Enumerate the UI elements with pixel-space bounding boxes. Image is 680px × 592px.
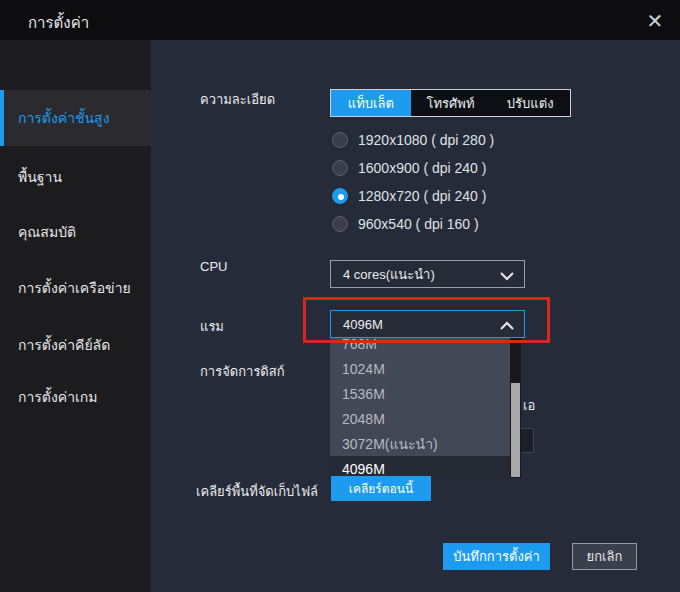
tab-customize[interactable]: ปรับแต่ง [490, 90, 570, 116]
sidebar-item-label: การตั้งค่าชั้นสูง [18, 107, 109, 129]
chevron-up-icon [500, 319, 514, 334]
ram-select[interactable]: 4096M [330, 310, 525, 338]
resolution-tab-group: แท็บเล็ต โทรศัพท์ ปรับแต่ง [330, 89, 571, 117]
radio-circle-icon [332, 160, 348, 176]
sidebar-item-game-settings[interactable]: การตั้งค่าเกม [0, 369, 151, 425]
disk-management-label: การจัดการดิสก์ [200, 361, 285, 382]
radio-1600x900[interactable]: 1600x900 ( dpi 240 ) [332, 159, 486, 177]
ram-option-3072[interactable]: 3072M(แนะนำ) [330, 431, 510, 456]
dropdown-scrollbar-thumb[interactable] [511, 383, 520, 477]
radio-label: 1600x900 ( dpi 240 ) [358, 160, 486, 176]
radio-label: 960x540 ( dpi 160 ) [358, 216, 479, 232]
sidebar-item-advanced-settings[interactable]: การตั้งค่าชั้นสูง [0, 90, 151, 146]
radio-circle-icon [332, 132, 348, 148]
sidebar-item-properties[interactable]: คุณสมบัติ [0, 204, 151, 260]
cancel-button[interactable]: ยกเลิก [572, 543, 637, 570]
cpu-select[interactable]: 4 cores(แนะนำ) [330, 260, 525, 288]
chevron-down-icon [500, 269, 514, 284]
sidebar-item-label: พื้นฐาน [18, 166, 62, 188]
ram-option-1536[interactable]: 1536M [330, 381, 510, 406]
close-icon[interactable]: ✕ [642, 8, 668, 34]
sidebar-item-label: คุณสมบัติ [18, 221, 76, 243]
save-settings-button[interactable]: บันทึกการตั้งค่า [443, 543, 550, 570]
tab-phone[interactable]: โทรศัพท์ [411, 90, 491, 116]
disk-option-text-fragment: เอ [523, 395, 535, 416]
cpu-select-value: 4 cores(แนะนำ) [343, 264, 435, 285]
ram-option-4096[interactable]: 4096M [330, 456, 510, 478]
sidebar-item-shortcut-settings[interactable]: การตั้งค่าคีย์ลัด [0, 317, 151, 373]
radio-selected-icon [332, 188, 348, 204]
sidebar-item-network-settings[interactable]: การตั้งค่าเครือข่าย [0, 260, 151, 316]
radio-1280x720[interactable]: 1280x720 ( dpi 240 ) [332, 187, 486, 205]
ram-label: แรม [200, 316, 224, 337]
ram-option-1024[interactable]: 1024M [330, 356, 510, 381]
radio-1920x1080[interactable]: 1920x1080 ( dpi 280 ) [332, 131, 494, 149]
sidebar-item-basic[interactable]: พื้นฐาน [0, 149, 151, 205]
settings-window: การตั้งค่า ✕ การตั้งค่าชั้นสูง พื้นฐาน ค… [0, 0, 680, 592]
radio-label: 1280x720 ( dpi 240 ) [358, 188, 486, 204]
ram-option-2048[interactable]: 2048M [330, 406, 510, 431]
sidebar-item-label: การตั้งค่าเครือข่าย [18, 277, 131, 299]
ram-dropdown-list: 768M 1024M 1536M 2048M 3072M(แนะนำ) 4096… [330, 338, 510, 478]
window-title: การตั้งค่า [28, 11, 89, 35]
sidebar-item-label: การตั้งค่าเกม [18, 386, 98, 408]
ram-select-value: 4096M [343, 317, 383, 332]
radio-label: 1920x1080 ( dpi 280 ) [358, 132, 494, 148]
radio-960x540[interactable]: 960x540 ( dpi 160 ) [332, 215, 479, 233]
clear-now-button[interactable]: เคลียร์ตอนนี้ [331, 476, 431, 501]
sidebar-item-label: การตั้งค่าคีย์ลัด [18, 334, 110, 356]
radio-circle-icon [332, 216, 348, 232]
titlebar: การตั้งค่า ✕ [0, 0, 680, 40]
dropdown-scrollbar-track[interactable] [510, 338, 521, 478]
resolution-label: ความละเอียด [200, 89, 275, 110]
ram-option-768[interactable]: 768M [330, 338, 510, 356]
tab-tablet[interactable]: แท็บเล็ต [331, 90, 411, 116]
cpu-label: CPU [200, 259, 227, 274]
clear-storage-label: เคลียร์พื้นที่จัดเก็บไฟล์ [196, 481, 318, 502]
sidebar: การตั้งค่าชั้นสูง พื้นฐาน คุณสมบัติ การต… [0, 40, 151, 592]
